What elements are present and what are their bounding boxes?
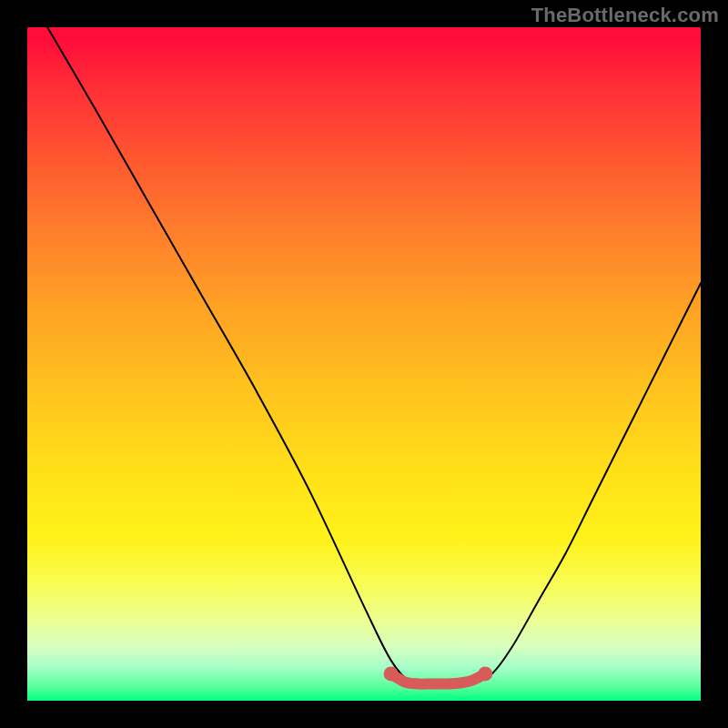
curve-svg bbox=[27, 27, 701, 701]
trough-end-dot-right bbox=[478, 666, 492, 681]
trough-end-dot-left bbox=[384, 666, 399, 681]
watermark-text: TheBottleneck.com bbox=[531, 4, 719, 27]
plot-area bbox=[27, 27, 701, 701]
chart-frame: TheBottleneck.com bbox=[0, 0, 728, 728]
trough-highlight bbox=[391, 673, 486, 683]
bottleneck-curve bbox=[47, 27, 701, 684]
